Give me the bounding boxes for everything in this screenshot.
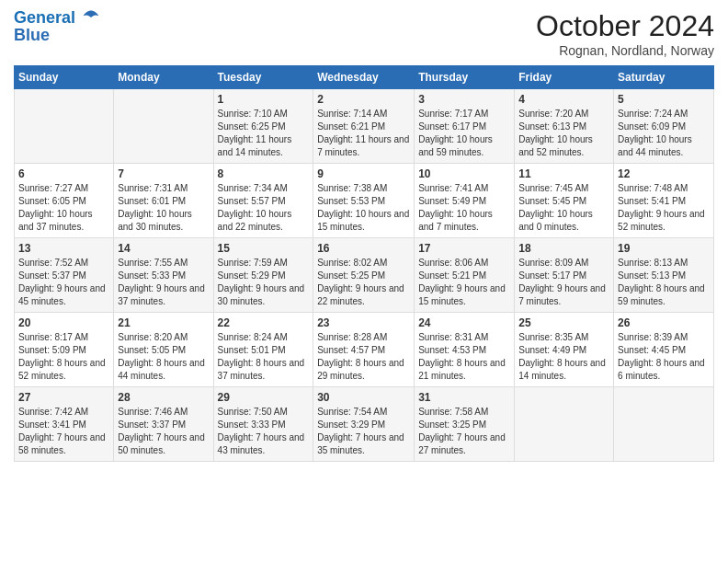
col-header-thursday: Thursday (415, 66, 515, 89)
calendar-cell: 20Sunrise: 8:17 AMSunset: 5:09 PMDayligh… (15, 313, 114, 387)
day-info: Sunrise: 7:59 AMSunset: 5:29 PMDaylight:… (218, 257, 310, 308)
calendar-cell: 11Sunrise: 7:45 AMSunset: 5:45 PMDayligh… (515, 164, 614, 238)
day-info: Sunrise: 7:52 AMSunset: 5:37 PMDaylight:… (18, 257, 109, 308)
day-info: Sunrise: 7:17 AMSunset: 6:17 PMDaylight:… (418, 108, 510, 159)
calendar-cell: 21Sunrise: 8:20 AMSunset: 5:05 PMDayligh… (114, 313, 213, 387)
calendar-cell (515, 387, 614, 462)
main-title: October 2024 (536, 9, 714, 43)
logo-bird-icon (82, 8, 100, 27)
calendar-cell: 15Sunrise: 7:59 AMSunset: 5:29 PMDayligh… (213, 238, 313, 313)
calendar-cell: 12Sunrise: 7:48 AMSunset: 5:41 PMDayligh… (614, 164, 714, 238)
day-number: 30 (317, 391, 410, 404)
calendar-cell: 14Sunrise: 7:55 AMSunset: 5:33 PMDayligh… (114, 238, 213, 313)
calendar-cell: 22Sunrise: 8:24 AMSunset: 5:01 PMDayligh… (213, 313, 313, 387)
day-info: Sunrise: 8:17 AMSunset: 5:09 PMDaylight:… (18, 331, 109, 383)
calendar-cell: 10Sunrise: 7:41 AMSunset: 5:49 PMDayligh… (415, 164, 515, 238)
day-info: Sunrise: 8:24 AMSunset: 5:01 PMDaylight:… (218, 331, 310, 383)
calendar-cell: 29Sunrise: 7:50 AMSunset: 3:33 PMDayligh… (213, 387, 313, 462)
day-info: Sunrise: 8:39 AMSunset: 4:45 PMDaylight:… (618, 331, 710, 383)
calendar-cell: 9Sunrise: 7:38 AMSunset: 5:53 PMDaylight… (313, 164, 415, 238)
day-info: Sunrise: 7:55 AMSunset: 5:33 PMDaylight:… (118, 257, 209, 308)
logo-text: General (14, 9, 100, 28)
week-row-3: 13Sunrise: 7:52 AMSunset: 5:37 PMDayligh… (15, 238, 714, 313)
day-info: Sunrise: 7:48 AMSunset: 5:41 PMDaylight:… (618, 182, 710, 234)
day-info: Sunrise: 7:38 AMSunset: 5:53 PMDaylight:… (317, 182, 410, 234)
calendar-cell: 27Sunrise: 7:42 AMSunset: 3:41 PMDayligh… (15, 387, 114, 462)
header: General Blue October 2024 Rognan, Nordla… (14, 9, 714, 58)
day-number: 3 (418, 93, 510, 106)
calendar-cell: 28Sunrise: 7:46 AMSunset: 3:37 PMDayligh… (114, 387, 213, 462)
day-number: 16 (317, 242, 410, 255)
day-number: 21 (118, 316, 209, 329)
calendar-cell: 6Sunrise: 7:27 AMSunset: 6:05 PMDaylight… (15, 164, 114, 238)
day-number: 28 (118, 391, 209, 404)
col-header-monday: Monday (114, 66, 213, 89)
day-number: 31 (418, 391, 510, 404)
calendar-cell: 7Sunrise: 7:31 AMSunset: 6:01 PMDaylight… (114, 164, 213, 238)
day-number: 11 (518, 167, 609, 180)
col-header-wednesday: Wednesday (313, 66, 415, 89)
calendar-cell: 5Sunrise: 7:24 AMSunset: 6:09 PMDaylight… (614, 89, 714, 164)
calendar-cell: 23Sunrise: 8:28 AMSunset: 4:57 PMDayligh… (313, 313, 415, 387)
day-number: 14 (118, 242, 209, 255)
logo: General Blue (14, 9, 100, 45)
day-info: Sunrise: 8:13 AMSunset: 5:13 PMDaylight:… (618, 257, 710, 308)
week-row-5: 27Sunrise: 7:42 AMSunset: 3:41 PMDayligh… (15, 387, 714, 462)
day-number: 12 (618, 167, 710, 180)
day-info: Sunrise: 8:02 AMSunset: 5:25 PMDaylight:… (317, 257, 410, 308)
week-row-4: 20Sunrise: 8:17 AMSunset: 5:09 PMDayligh… (15, 313, 714, 387)
day-info: Sunrise: 7:58 AMSunset: 3:25 PMDaylight:… (418, 406, 510, 457)
calendar-cell: 16Sunrise: 8:02 AMSunset: 5:25 PMDayligh… (313, 238, 415, 313)
day-info: Sunrise: 7:45 AMSunset: 5:45 PMDaylight:… (518, 182, 609, 234)
day-info: Sunrise: 7:31 AMSunset: 6:01 PMDaylight:… (118, 182, 209, 234)
day-number: 25 (518, 316, 609, 329)
day-info: Sunrise: 7:46 AMSunset: 3:37 PMDaylight:… (118, 406, 209, 457)
calendar-cell: 3Sunrise: 7:17 AMSunset: 6:17 PMDaylight… (415, 89, 515, 164)
calendar-cell: 25Sunrise: 8:35 AMSunset: 4:49 PMDayligh… (515, 313, 614, 387)
day-number: 19 (618, 242, 710, 255)
day-info: Sunrise: 8:20 AMSunset: 5:05 PMDaylight:… (118, 331, 209, 383)
calendar-cell: 17Sunrise: 8:06 AMSunset: 5:21 PMDayligh… (415, 238, 515, 313)
day-number: 26 (618, 316, 710, 329)
day-info: Sunrise: 7:42 AMSunset: 3:41 PMDaylight:… (18, 406, 109, 457)
day-number: 1 (218, 93, 310, 106)
day-number: 27 (18, 391, 109, 404)
day-number: 4 (518, 93, 609, 106)
calendar-cell: 1Sunrise: 7:10 AMSunset: 6:25 PMDaylight… (213, 89, 313, 164)
day-number: 17 (418, 242, 510, 255)
day-info: Sunrise: 8:28 AMSunset: 4:57 PMDaylight:… (317, 331, 410, 383)
day-info: Sunrise: 7:14 AMSunset: 6:21 PMDaylight:… (317, 108, 410, 159)
page: General Blue October 2024 Rognan, Nordla… (0, 0, 728, 471)
day-info: Sunrise: 7:20 AMSunset: 6:13 PMDaylight:… (518, 108, 609, 159)
day-info: Sunrise: 7:27 AMSunset: 6:05 PMDaylight:… (18, 182, 109, 234)
logo-line2: Blue (14, 26, 100, 45)
day-info: Sunrise: 7:24 AMSunset: 6:09 PMDaylight:… (618, 108, 710, 159)
col-header-friday: Friday (515, 66, 614, 89)
day-number: 8 (218, 167, 310, 180)
calendar-cell: 18Sunrise: 8:09 AMSunset: 5:17 PMDayligh… (515, 238, 614, 313)
day-info: Sunrise: 8:31 AMSunset: 4:53 PMDaylight:… (418, 331, 510, 383)
day-info: Sunrise: 7:10 AMSunset: 6:25 PMDaylight:… (218, 108, 310, 159)
calendar-cell: 31Sunrise: 7:58 AMSunset: 3:25 PMDayligh… (415, 387, 515, 462)
day-info: Sunrise: 7:50 AMSunset: 3:33 PMDaylight:… (218, 406, 310, 457)
day-number: 23 (317, 316, 410, 329)
calendar-cell: 4Sunrise: 7:20 AMSunset: 6:13 PMDaylight… (515, 89, 614, 164)
day-info: Sunrise: 7:34 AMSunset: 5:57 PMDaylight:… (218, 182, 310, 234)
subtitle: Rognan, Nordland, Norway (536, 43, 714, 58)
day-number: 9 (317, 167, 410, 180)
day-number: 18 (518, 242, 609, 255)
day-number: 13 (18, 242, 109, 255)
day-info: Sunrise: 7:54 AMSunset: 3:29 PMDaylight:… (317, 406, 410, 457)
day-number: 29 (218, 391, 310, 404)
calendar-cell: 24Sunrise: 8:31 AMSunset: 4:53 PMDayligh… (415, 313, 515, 387)
day-number: 2 (317, 93, 410, 106)
calendar-cell: 13Sunrise: 7:52 AMSunset: 5:37 PMDayligh… (15, 238, 114, 313)
calendar-cell (614, 387, 714, 462)
day-number: 5 (618, 93, 710, 106)
calendar-cell (15, 89, 114, 164)
calendar-cell: 30Sunrise: 7:54 AMSunset: 3:29 PMDayligh… (313, 387, 415, 462)
title-block: October 2024 Rognan, Nordland, Norway (536, 9, 714, 58)
day-info: Sunrise: 7:41 AMSunset: 5:49 PMDaylight:… (418, 182, 510, 234)
day-info: Sunrise: 8:35 AMSunset: 4:49 PMDaylight:… (518, 331, 609, 383)
calendar-table: SundayMondayTuesdayWednesdayThursdayFrid… (14, 65, 714, 462)
